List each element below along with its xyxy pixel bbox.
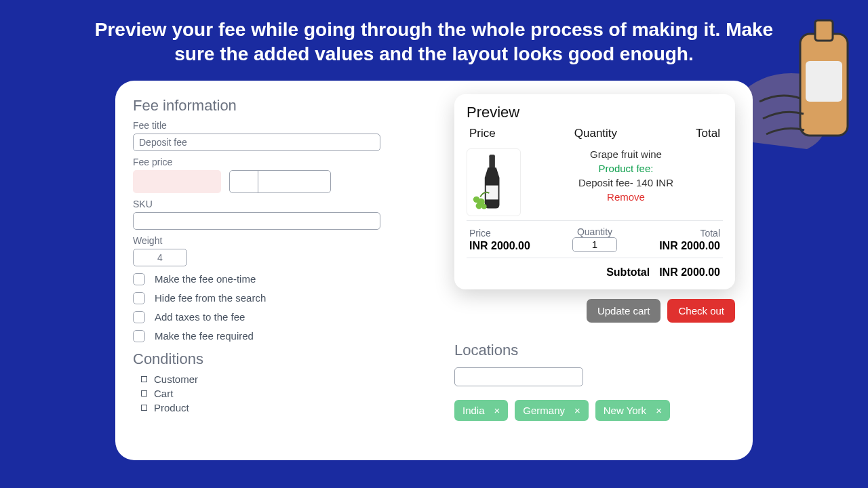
weight-input[interactable] [133,249,187,266]
sku-label: SKU [133,199,414,209]
fee-title-label: Fee title [133,120,414,131]
locations-section: Locations India× Germany× New York× [454,342,735,421]
subtotal-value: INR 2000.00 [659,266,720,279]
main-board: Fee information Fee title Fee price SKU … [115,81,753,460]
total-value: INR 2000.00 [659,240,720,252]
remove-link[interactable]: Remove [529,191,723,203]
weight-label: Weight [133,235,414,246]
col-quantity: Quantity [574,127,617,140]
check-add-taxes[interactable]: Add taxes to the fee [133,311,414,323]
col-total: Total [696,127,720,140]
check-required[interactable]: Make the fee required [133,330,414,342]
condition-product[interactable]: Product [133,401,414,415]
col-price: Price [469,127,496,140]
subtotal-label: Subtotal [606,266,650,279]
check-hide-search[interactable]: Hide fee from the search [133,292,414,304]
locations-heading: Locations [454,342,735,359]
close-icon[interactable]: × [574,405,580,416]
close-icon[interactable]: × [656,405,662,416]
tag-india[interactable]: India× [454,400,508,421]
fee-info-heading: Fee information [133,97,414,115]
fee-price-input[interactable] [133,170,221,193]
product-fee-label: Product fee: [529,163,723,174]
locations-input[interactable] [454,367,583,386]
product-fee-line: Deposit fee- 140 INR [529,177,723,188]
fee-form-column: Fee information Fee title Fee price SKU … [133,97,414,444]
sku-input[interactable] [133,212,380,230]
fee-title-input[interactable] [133,134,380,151]
fee-price-label: Fee price [133,157,414,167]
condition-cart[interactable]: Cart [133,386,414,401]
qty-input[interactable] [572,237,617,252]
product-image [467,148,521,216]
svg-point-7 [476,203,482,209]
total-label: Total [659,228,720,239]
update-cart-button[interactable]: Update cart [587,299,661,323]
preview-card: Preview Price Quantity Total [454,94,735,289]
svg-rect-1 [806,61,842,102]
checkout-button[interactable]: Check out [667,299,735,323]
check-onetime[interactable]: Make the fee one-time [133,273,414,285]
qty-label: Quantity [572,226,617,237]
fee-currency-selector[interactable] [229,170,331,193]
price-label: Price [469,228,530,239]
close-icon[interactable]: × [494,405,500,416]
tag-newyork[interactable]: New York× [595,400,670,421]
preview-heading: Preview [467,104,723,121]
condition-customer[interactable]: Customer [133,372,414,386]
svg-point-8 [481,204,487,209]
tag-germany[interactable]: Germany× [515,400,588,421]
conditions-heading: Conditions [133,350,414,368]
price-value: INR 2000.00 [469,240,530,252]
svg-point-6 [473,196,479,202]
svg-rect-2 [815,20,833,41]
preview-column: Preview Price Quantity Total [454,97,735,444]
product-name: Grape fruit wine [529,148,723,160]
svg-rect-3 [489,155,494,169]
